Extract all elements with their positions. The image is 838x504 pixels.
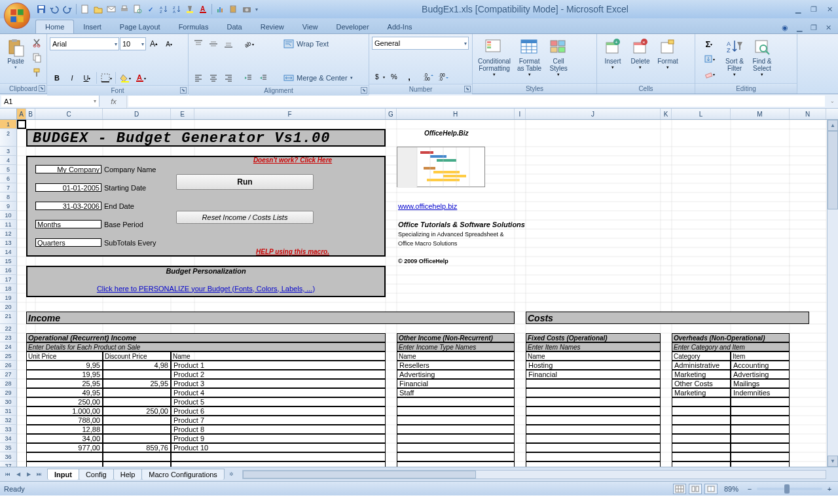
vertical-scrollbar[interactable]: ▲ ▼ [827,120,838,467]
row-header-32[interactable]: 32 [0,416,17,425]
opinc-name-8[interactable]: Product 9 [171,434,386,443]
othinc-2[interactable]: Financial [397,379,515,388]
opinc-unit-0[interactable]: 9,95 [26,361,103,370]
align-top-icon[interactable] [191,37,206,51]
over-cat-7[interactable] [672,425,731,434]
zoom-out-icon[interactable]: − [745,485,754,493]
fixed-6[interactable] [526,416,661,425]
fixed-1[interactable]: Financial [526,370,661,379]
row-header-3[interactable]: 3 [0,147,17,156]
spellcheck-icon[interactable]: ✓ [145,3,156,15]
row-header-18[interactable]: 18 [0,284,17,293]
minimize-icon[interactable]: ▁ [792,3,804,15]
grid-area[interactable]: BUDGEX - Budget Generator Vs1.00My Compa… [17,120,838,467]
autosum-icon[interactable]: Σ▾ [698,37,720,51]
row-header-35[interactable]: 35 [0,443,17,452]
align-right-icon[interactable] [221,71,236,85]
formula-expand-icon[interactable]: ⌄ [826,94,838,108]
opinc-name-4[interactable]: Product 5 [171,397,386,406]
tab-formulas[interactable]: Formulas [170,20,218,33]
fixed-9[interactable] [526,443,661,452]
name-box[interactable]: A1 [1,96,100,107]
chart-icon[interactable] [215,3,227,15]
reset-button[interactable]: Reset Income / Costs Lists [176,211,314,224]
tab-addins[interactable]: Add-Ins [378,20,422,33]
opinc-disc-6[interactable] [103,416,171,425]
row-header-12[interactable]: 12 [0,229,17,238]
new-icon[interactable] [79,3,91,15]
over-item-8[interactable] [731,434,790,443]
formula-input[interactable] [128,96,825,107]
othinc-11[interactable] [397,461,515,467]
col-header-J[interactable]: J [526,109,661,119]
over-item-1[interactable]: Advertising [731,370,790,379]
merge-center-button[interactable]: Merge & Center▾ [279,71,357,85]
fx-icon[interactable]: fx [101,94,127,108]
opinc-unit-1[interactable]: 19,95 [26,370,103,379]
opinc-name-5[interactable]: Product 6 [171,406,386,416]
row-header-13[interactable]: 13 [0,238,17,247]
fixed-4[interactable] [526,397,661,406]
row-header-36[interactable]: 36 [0,452,17,461]
scroll-thumb[interactable] [828,131,838,209]
col-header-L[interactable]: L [672,109,731,119]
sort-desc-icon[interactable]: ZA [171,3,183,15]
row-header-6[interactable]: 6 [0,174,17,183]
opinc-name-9[interactable]: Product 10 [171,443,386,452]
opinc-unit-2[interactable]: 25,95 [26,379,103,388]
close-icon[interactable]: ✕ [824,3,835,15]
row-header-16[interactable]: 16 [0,266,17,275]
align-middle-icon[interactable] [206,37,221,51]
zoom-level[interactable]: 89% [724,485,738,493]
opinc-disc-2[interactable]: 25,95 [103,379,171,388]
opinc-empty-a1[interactable] [26,461,103,467]
underline-icon[interactable]: U▾ [80,71,94,85]
over-cat-10[interactable] [672,452,731,461]
othinc-7[interactable] [397,425,515,434]
save-icon[interactable] [35,3,47,15]
copy-icon[interactable] [30,50,45,65]
col-header-A[interactable]: A [17,109,26,119]
othinc-0[interactable]: Resellers [397,361,515,370]
tab-home[interactable]: Home [35,20,74,33]
opinc-disc-5[interactable]: 250,00 [103,406,171,416]
indent-decrease-icon[interactable] [241,71,255,85]
col-header-H[interactable]: H [397,109,515,119]
col-header-I[interactable]: I [515,109,526,119]
row-header-11[interactable]: 11 [0,220,17,229]
accounting-icon[interactable]: $▾ [372,69,386,84]
row-header-5[interactable]: 5 [0,165,17,174]
paste-button[interactable]: Paste ▾ [3,35,29,71]
fontcolor-icon[interactable]: A [197,3,209,15]
row-header-15[interactable]: 15 [0,257,17,266]
opinc-name-3[interactable]: Product 4 [171,388,386,397]
othinc-1[interactable]: Advertising [397,370,515,379]
sort-filter-button[interactable]: AZ Sort & Filter▾ [721,35,748,79]
col-header-B[interactable]: B [26,109,35,119]
wrap-text-button[interactable]: Wrap Text [279,37,357,51]
find-select-button[interactable]: Find & Select▾ [749,35,775,79]
conditional-formatting-button[interactable]: Conditional Formatting▾ [475,35,513,79]
row-header-9[interactable]: 9 [0,202,17,211]
col-header-N[interactable]: N [790,109,826,119]
help-icon[interactable]: ◉ [779,22,791,33]
row-header-31[interactable]: 31 [0,406,17,416]
tab-developer[interactable]: Developer [327,20,378,33]
bold-icon[interactable]: B [50,71,64,85]
opinc-disc-0[interactable]: 4,98 [103,361,171,370]
percent-icon[interactable]: % [387,69,401,84]
opinc-disc-1[interactable] [103,370,171,379]
sort-asc-icon[interactable]: AZ [158,3,170,15]
row-header-14[interactable]: 14 [0,247,17,257]
opinc-unit-3[interactable]: 49,95 [26,388,103,397]
page-layout-view-icon[interactable] [689,484,702,494]
align-left-icon[interactable] [191,71,206,85]
tab-review[interactable]: Review [251,20,293,33]
fixed-0[interactable]: Hosting [526,361,661,370]
doc-minimize-icon[interactable]: ▁ [793,22,805,33]
row-header-25[interactable]: 25 [0,351,17,361]
tab-next-icon[interactable]: ▶ [24,469,34,480]
row-header-33[interactable]: 33 [0,425,17,434]
tab-data[interactable]: Data [217,20,251,33]
format-cells-button[interactable]: Format▾ [655,35,681,71]
